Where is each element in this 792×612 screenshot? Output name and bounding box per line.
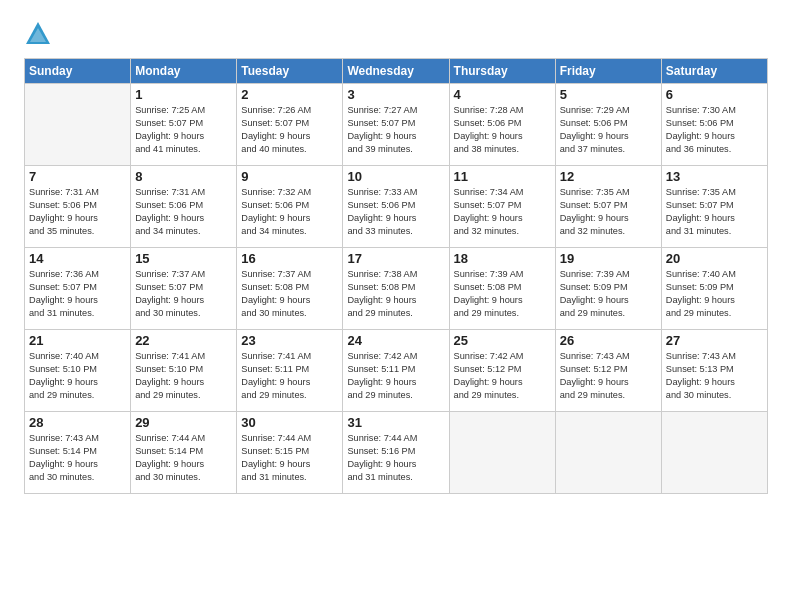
day-info: Sunrise: 7:40 AM Sunset: 5:09 PM Dayligh… bbox=[666, 268, 763, 320]
calendar-header-cell: Saturday bbox=[661, 59, 767, 84]
calendar-header-cell: Wednesday bbox=[343, 59, 449, 84]
day-number: 6 bbox=[666, 87, 763, 102]
calendar-day-cell: 24Sunrise: 7:42 AM Sunset: 5:11 PM Dayli… bbox=[343, 330, 449, 412]
day-info: Sunrise: 7:31 AM Sunset: 5:06 PM Dayligh… bbox=[135, 186, 232, 238]
calendar-week-row: 1Sunrise: 7:25 AM Sunset: 5:07 PM Daylig… bbox=[25, 84, 768, 166]
day-info: Sunrise: 7:39 AM Sunset: 5:08 PM Dayligh… bbox=[454, 268, 551, 320]
day-info: Sunrise: 7:31 AM Sunset: 5:06 PM Dayligh… bbox=[29, 186, 126, 238]
header-row: SundayMondayTuesdayWednesdayThursdayFrid… bbox=[25, 59, 768, 84]
calendar-day-cell: 14Sunrise: 7:36 AM Sunset: 5:07 PM Dayli… bbox=[25, 248, 131, 330]
calendar-week-row: 7Sunrise: 7:31 AM Sunset: 5:06 PM Daylig… bbox=[25, 166, 768, 248]
calendar-day-cell: 1Sunrise: 7:25 AM Sunset: 5:07 PM Daylig… bbox=[131, 84, 237, 166]
calendar-day-cell: 4Sunrise: 7:28 AM Sunset: 5:06 PM Daylig… bbox=[449, 84, 555, 166]
calendar-day-cell: 17Sunrise: 7:38 AM Sunset: 5:08 PM Dayli… bbox=[343, 248, 449, 330]
calendar-day-cell: 26Sunrise: 7:43 AM Sunset: 5:12 PM Dayli… bbox=[555, 330, 661, 412]
day-info: Sunrise: 7:35 AM Sunset: 5:07 PM Dayligh… bbox=[560, 186, 657, 238]
day-number: 11 bbox=[454, 169, 551, 184]
day-number: 23 bbox=[241, 333, 338, 348]
day-info: Sunrise: 7:42 AM Sunset: 5:11 PM Dayligh… bbox=[347, 350, 444, 402]
calendar-header-cell: Monday bbox=[131, 59, 237, 84]
day-number: 3 bbox=[347, 87, 444, 102]
calendar-week-row: 28Sunrise: 7:43 AM Sunset: 5:14 PM Dayli… bbox=[25, 412, 768, 494]
calendar-day-cell: 23Sunrise: 7:41 AM Sunset: 5:11 PM Dayli… bbox=[237, 330, 343, 412]
calendar-day-cell: 13Sunrise: 7:35 AM Sunset: 5:07 PM Dayli… bbox=[661, 166, 767, 248]
day-info: Sunrise: 7:39 AM Sunset: 5:09 PM Dayligh… bbox=[560, 268, 657, 320]
day-number: 27 bbox=[666, 333, 763, 348]
day-number: 10 bbox=[347, 169, 444, 184]
day-number: 9 bbox=[241, 169, 338, 184]
day-number: 24 bbox=[347, 333, 444, 348]
day-info: Sunrise: 7:27 AM Sunset: 5:07 PM Dayligh… bbox=[347, 104, 444, 156]
calendar-day-cell: 29Sunrise: 7:44 AM Sunset: 5:14 PM Dayli… bbox=[131, 412, 237, 494]
calendar-header-cell: Tuesday bbox=[237, 59, 343, 84]
calendar-header-cell: Friday bbox=[555, 59, 661, 84]
day-info: Sunrise: 7:36 AM Sunset: 5:07 PM Dayligh… bbox=[29, 268, 126, 320]
day-number: 12 bbox=[560, 169, 657, 184]
day-number: 30 bbox=[241, 415, 338, 430]
calendar-day-cell: 21Sunrise: 7:40 AM Sunset: 5:10 PM Dayli… bbox=[25, 330, 131, 412]
day-info: Sunrise: 7:44 AM Sunset: 5:16 PM Dayligh… bbox=[347, 432, 444, 484]
day-info: Sunrise: 7:37 AM Sunset: 5:08 PM Dayligh… bbox=[241, 268, 338, 320]
day-number: 21 bbox=[29, 333, 126, 348]
day-info: Sunrise: 7:34 AM Sunset: 5:07 PM Dayligh… bbox=[454, 186, 551, 238]
day-info: Sunrise: 7:26 AM Sunset: 5:07 PM Dayligh… bbox=[241, 104, 338, 156]
day-info: Sunrise: 7:28 AM Sunset: 5:06 PM Dayligh… bbox=[454, 104, 551, 156]
calendar-day-cell bbox=[555, 412, 661, 494]
day-number: 8 bbox=[135, 169, 232, 184]
calendar-day-cell: 27Sunrise: 7:43 AM Sunset: 5:13 PM Dayli… bbox=[661, 330, 767, 412]
calendar-day-cell: 19Sunrise: 7:39 AM Sunset: 5:09 PM Dayli… bbox=[555, 248, 661, 330]
day-info: Sunrise: 7:44 AM Sunset: 5:15 PM Dayligh… bbox=[241, 432, 338, 484]
day-info: Sunrise: 7:42 AM Sunset: 5:12 PM Dayligh… bbox=[454, 350, 551, 402]
day-number: 18 bbox=[454, 251, 551, 266]
calendar-day-cell: 8Sunrise: 7:31 AM Sunset: 5:06 PM Daylig… bbox=[131, 166, 237, 248]
calendar-header-cell: Sunday bbox=[25, 59, 131, 84]
calendar-day-cell: 5Sunrise: 7:29 AM Sunset: 5:06 PM Daylig… bbox=[555, 84, 661, 166]
day-number: 14 bbox=[29, 251, 126, 266]
day-number: 28 bbox=[29, 415, 126, 430]
day-info: Sunrise: 7:43 AM Sunset: 5:12 PM Dayligh… bbox=[560, 350, 657, 402]
day-info: Sunrise: 7:41 AM Sunset: 5:10 PM Dayligh… bbox=[135, 350, 232, 402]
day-info: Sunrise: 7:40 AM Sunset: 5:10 PM Dayligh… bbox=[29, 350, 126, 402]
calendar-day-cell: 18Sunrise: 7:39 AM Sunset: 5:08 PM Dayli… bbox=[449, 248, 555, 330]
day-number: 22 bbox=[135, 333, 232, 348]
calendar-body: 1Sunrise: 7:25 AM Sunset: 5:07 PM Daylig… bbox=[25, 84, 768, 494]
calendar-day-cell bbox=[25, 84, 131, 166]
day-number: 16 bbox=[241, 251, 338, 266]
calendar-day-cell: 10Sunrise: 7:33 AM Sunset: 5:06 PM Dayli… bbox=[343, 166, 449, 248]
calendar-day-cell: 15Sunrise: 7:37 AM Sunset: 5:07 PM Dayli… bbox=[131, 248, 237, 330]
calendar-day-cell bbox=[449, 412, 555, 494]
day-number: 29 bbox=[135, 415, 232, 430]
calendar-day-cell: 9Sunrise: 7:32 AM Sunset: 5:06 PM Daylig… bbox=[237, 166, 343, 248]
day-number: 25 bbox=[454, 333, 551, 348]
calendar-day-cell: 12Sunrise: 7:35 AM Sunset: 5:07 PM Dayli… bbox=[555, 166, 661, 248]
calendar-day-cell bbox=[661, 412, 767, 494]
day-number: 19 bbox=[560, 251, 657, 266]
calendar-day-cell: 16Sunrise: 7:37 AM Sunset: 5:08 PM Dayli… bbox=[237, 248, 343, 330]
calendar-day-cell: 25Sunrise: 7:42 AM Sunset: 5:12 PM Dayli… bbox=[449, 330, 555, 412]
logo-icon bbox=[24, 20, 52, 48]
calendar-day-cell: 3Sunrise: 7:27 AM Sunset: 5:07 PM Daylig… bbox=[343, 84, 449, 166]
day-number: 15 bbox=[135, 251, 232, 266]
day-info: Sunrise: 7:37 AM Sunset: 5:07 PM Dayligh… bbox=[135, 268, 232, 320]
calendar-day-cell: 11Sunrise: 7:34 AM Sunset: 5:07 PM Dayli… bbox=[449, 166, 555, 248]
calendar-day-cell: 30Sunrise: 7:44 AM Sunset: 5:15 PM Dayli… bbox=[237, 412, 343, 494]
day-number: 1 bbox=[135, 87, 232, 102]
header bbox=[24, 20, 768, 48]
day-number: 26 bbox=[560, 333, 657, 348]
day-number: 4 bbox=[454, 87, 551, 102]
day-number: 7 bbox=[29, 169, 126, 184]
day-info: Sunrise: 7:30 AM Sunset: 5:06 PM Dayligh… bbox=[666, 104, 763, 156]
calendar-day-cell: 2Sunrise: 7:26 AM Sunset: 5:07 PM Daylig… bbox=[237, 84, 343, 166]
logo bbox=[24, 20, 54, 48]
day-info: Sunrise: 7:43 AM Sunset: 5:13 PM Dayligh… bbox=[666, 350, 763, 402]
day-info: Sunrise: 7:32 AM Sunset: 5:06 PM Dayligh… bbox=[241, 186, 338, 238]
calendar: SundayMondayTuesdayWednesdayThursdayFrid… bbox=[24, 58, 768, 494]
day-number: 20 bbox=[666, 251, 763, 266]
calendar-day-cell: 20Sunrise: 7:40 AM Sunset: 5:09 PM Dayli… bbox=[661, 248, 767, 330]
day-info: Sunrise: 7:25 AM Sunset: 5:07 PM Dayligh… bbox=[135, 104, 232, 156]
day-info: Sunrise: 7:43 AM Sunset: 5:14 PM Dayligh… bbox=[29, 432, 126, 484]
day-number: 31 bbox=[347, 415, 444, 430]
day-info: Sunrise: 7:38 AM Sunset: 5:08 PM Dayligh… bbox=[347, 268, 444, 320]
page: SundayMondayTuesdayWednesdayThursdayFrid… bbox=[0, 0, 792, 612]
day-info: Sunrise: 7:41 AM Sunset: 5:11 PM Dayligh… bbox=[241, 350, 338, 402]
